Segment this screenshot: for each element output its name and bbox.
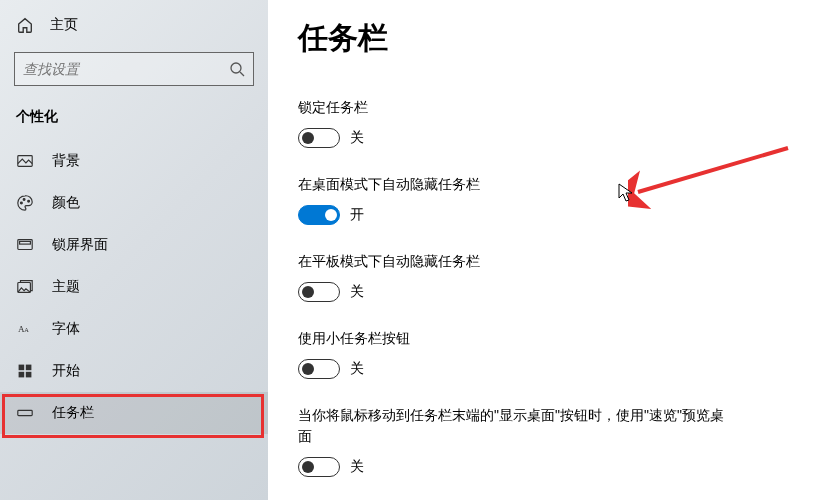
sidebar-item-label: 任务栏 — [52, 404, 94, 422]
svg-rect-10 — [19, 365, 25, 371]
sidebar-item-label: 背景 — [52, 152, 80, 170]
sidebar-item-colors[interactable]: 颜色 — [0, 182, 268, 224]
search-box[interactable] — [14, 52, 254, 86]
toggle-autohide-desktop[interactable] — [298, 205, 340, 225]
sidebar-item-label: 字体 — [52, 320, 80, 338]
picture-icon — [16, 152, 34, 170]
svg-rect-12 — [19, 372, 25, 378]
themes-icon — [16, 278, 34, 296]
toggle-state-text: 关 — [350, 283, 364, 301]
home-icon — [16, 16, 34, 34]
svg-point-4 — [28, 200, 30, 202]
toggle-small-buttons[interactable] — [298, 359, 340, 379]
setting-label: 使用小任务栏按钮 — [298, 328, 728, 349]
sidebar-item-label: 颜色 — [52, 194, 80, 212]
svg-rect-13 — [26, 372, 32, 378]
palette-icon — [16, 194, 34, 212]
taskbar-icon — [16, 404, 34, 422]
toggle-state-text: 开 — [350, 206, 364, 224]
nav-home[interactable]: 主页 — [0, 8, 268, 42]
main-panel: 任务栏 锁定任务栏 关 在桌面模式下自动隐藏任务栏 开 在平板模式下自动隐藏任务… — [268, 0, 837, 500]
setting-label: 当你将鼠标移动到任务栏末端的"显示桌面"按钮时，使用"速览"预览桌面 — [298, 405, 728, 447]
nav-home-label: 主页 — [50, 16, 78, 34]
setting-autohide-tablet: 在平板模式下自动隐藏任务栏 关 — [298, 251, 807, 302]
setting-label: 在桌面模式下自动隐藏任务栏 — [298, 174, 728, 195]
category-header: 个性化 — [0, 102, 268, 140]
sidebar-item-label: 开始 — [52, 362, 80, 380]
page-title: 任务栏 — [298, 18, 807, 59]
svg-point-0 — [231, 63, 241, 73]
svg-rect-11 — [26, 365, 32, 371]
svg-text:A: A — [24, 326, 29, 333]
fonts-icon: AA — [16, 320, 34, 338]
svg-rect-14 — [18, 410, 32, 415]
sidebar-item-fonts[interactable]: AA 字体 — [0, 308, 268, 350]
setting-label: 锁定任务栏 — [298, 97, 728, 118]
search-icon — [229, 61, 245, 77]
toggle-state-text: 关 — [350, 360, 364, 378]
start-icon — [16, 362, 34, 380]
lockscreen-icon — [16, 236, 34, 254]
toggle-peek-desktop[interactable] — [298, 457, 340, 477]
sidebar-item-taskbar[interactable]: 任务栏 — [0, 392, 268, 434]
setting-small-buttons: 使用小任务栏按钮 关 — [298, 328, 807, 379]
search-input[interactable] — [23, 61, 229, 77]
sidebar-item-label: 锁屏界面 — [52, 236, 108, 254]
svg-point-3 — [23, 199, 25, 201]
setting-label: 在平板模式下自动隐藏任务栏 — [298, 251, 728, 272]
sidebar-item-lockscreen[interactable]: 锁屏界面 — [0, 224, 268, 266]
setting-lock-taskbar: 锁定任务栏 关 — [298, 97, 807, 148]
svg-point-2 — [21, 202, 23, 204]
sidebar: 主页 个性化 背景 颜色 锁屏界面 主题 A — [0, 0, 268, 500]
svg-rect-6 — [20, 241, 31, 244]
sidebar-item-background[interactable]: 背景 — [0, 140, 268, 182]
toggle-state-text: 关 — [350, 458, 364, 476]
setting-peek-desktop: 当你将鼠标移动到任务栏末端的"显示桌面"按钮时，使用"速览"预览桌面 关 — [298, 405, 807, 477]
setting-autohide-desktop: 在桌面模式下自动隐藏任务栏 开 — [298, 174, 807, 225]
sidebar-item-label: 主题 — [52, 278, 80, 296]
sidebar-item-start[interactable]: 开始 — [0, 350, 268, 392]
toggle-autohide-tablet[interactable] — [298, 282, 340, 302]
sidebar-item-themes[interactable]: 主题 — [0, 266, 268, 308]
toggle-state-text: 关 — [350, 129, 364, 147]
toggle-lock-taskbar[interactable] — [298, 128, 340, 148]
